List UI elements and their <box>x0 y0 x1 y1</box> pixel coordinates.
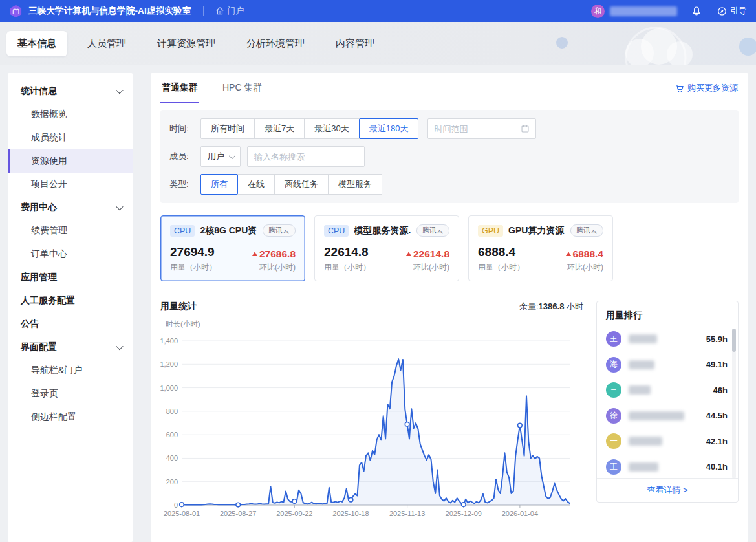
resource-type-badge: CPU <box>324 225 349 237</box>
main-panel: 普通集群HPC 集群 购买更多资源 时间: 所有时间最近7天最近30天最近180… <box>151 73 748 542</box>
sidebar-item[interactable]: 公告 <box>8 312 133 336</box>
ranking-footer: 查看详情 > <box>597 478 738 502</box>
module-tab[interactable]: 基本信息 <box>6 31 67 56</box>
sidebar-item[interactable]: 订单中心 <box>8 243 133 266</box>
rank-hours: 42.1h <box>706 437 728 446</box>
ranking-row[interactable]: 徐 44.5h <box>597 403 738 429</box>
time-option-button[interactable]: 所有时间 <box>200 118 255 139</box>
rank-name-redacted <box>629 462 658 472</box>
user-avatar: 和 <box>591 5 605 18</box>
time-option-button[interactable]: 最近7天 <box>254 118 305 139</box>
date-range-picker[interactable] <box>427 118 536 139</box>
sidebar-item[interactable]: 界面配置 <box>8 336 133 359</box>
type-option-button[interactable]: 所有 <box>200 174 238 195</box>
remaining-quota: 余量:1386.8 小时 <box>519 301 583 312</box>
rank-name-redacted <box>629 385 651 395</box>
date-range-input[interactable] <box>434 124 521 134</box>
guide-button[interactable]: 引导 <box>717 5 747 17</box>
ranking-scrollbar-thumb[interactable] <box>732 329 736 352</box>
bell-icon <box>691 6 702 16</box>
module-tab[interactable]: 人员管理 <box>76 31 137 56</box>
buy-resources-link[interactable]: 购买更多资源 <box>675 82 738 94</box>
sidebar-item-label: 订单中心 <box>31 248 67 260</box>
sidebar-item-label: 公告 <box>21 318 39 330</box>
svg-text:0: 0 <box>174 501 178 509</box>
sidebar-item[interactable]: 人工服务配置 <box>8 289 133 312</box>
view-details-link[interactable]: 查看详情 > <box>647 484 687 496</box>
resource-card[interactable]: CPU 2核8G CPU资源 腾讯云 27694.9 27686.8 用量（小时… <box>160 215 305 281</box>
user-name-redacted <box>610 6 677 16</box>
usage-chart-column: 用量统计 余量:1386.8 小时 时长(小时)02004006008001,0… <box>160 301 583 519</box>
filter-panel: 时间: 所有时间最近7天最近30天最近180天 成员: 用户 <box>160 110 739 203</box>
usage-value: 6888.4 <box>478 245 515 259</box>
member-filter-label: 成员: <box>169 151 193 162</box>
type-option-button[interactable]: 模型服务 <box>328 174 382 195</box>
module-tab[interactable]: 分析环境管理 <box>235 31 316 56</box>
sidebar-item[interactable]: 数据概览 <box>8 103 133 126</box>
chevron-down-icon <box>116 87 123 94</box>
member-search-box <box>247 146 365 167</box>
rank-avatar: 海 <box>606 357 621 373</box>
sidebar-item-label: 统计信息 <box>21 85 57 97</box>
rank-hours: 49.1h <box>706 360 728 369</box>
resource-card[interactable]: CPU 模型服务资源... 腾讯云 22614.8 22614.8 用量（小时） <box>314 215 459 281</box>
ranking-row[interactable]: 三 46h <box>597 378 738 404</box>
cluster-tab[interactable]: HPC 集群 <box>221 74 263 103</box>
time-option-button[interactable]: 最近30天 <box>304 118 359 139</box>
notifications-button[interactable] <box>691 6 702 16</box>
module-tab[interactable]: 内容管理 <box>325 31 385 56</box>
sidebar-item-label: 成员统计 <box>31 132 67 144</box>
type-group: 所有在线离线任务模型服务 <box>200 174 382 195</box>
delta-value: 6888.4 <box>566 248 603 260</box>
sidebar-item-label: 登录页 <box>31 388 58 400</box>
sidebar-item[interactable]: 续费管理 <box>8 219 133 243</box>
delta-value-label: 环比(小时) <box>567 262 603 273</box>
rank-avatar: 王 <box>606 331 621 347</box>
sidebar-item[interactable]: 项目公开 <box>8 173 133 196</box>
sidebar-item[interactable]: 费用中心 <box>8 196 133 219</box>
user-menu[interactable]: 和 <box>591 5 677 18</box>
chevron-down-icon <box>116 203 123 210</box>
ranking-row[interactable]: 王 40.1h <box>597 454 738 478</box>
guide-label: 引导 <box>730 5 747 17</box>
ranking-row[interactable]: 王 55.9h <box>597 327 738 352</box>
ranking-row[interactable]: 一 42.1h <box>597 429 738 455</box>
usage-value-label: 用量（小时） <box>324 262 371 273</box>
sidebar-item[interactable]: 导航栏&门户 <box>8 359 133 382</box>
svg-text:600: 600 <box>166 431 178 439</box>
type-option-button[interactable]: 离线任务 <box>274 174 329 195</box>
member-search-input[interactable] <box>254 152 358 162</box>
rank-name-redacted <box>629 360 654 369</box>
resource-cards: CPU 2核8G CPU资源 腾讯云 27694.9 27686.8 用量（小时… <box>160 215 739 281</box>
buy-resources-label: 购买更多资源 <box>687 82 738 94</box>
usage-ranking-panel: 用量排行 王 55.9h 海 49.1h 三 46 <box>596 301 739 503</box>
time-option-button[interactable]: 最近180天 <box>359 118 419 139</box>
member-type-value: 用户 <box>208 151 224 162</box>
member-type-select[interactable]: 用户 <box>200 146 241 167</box>
sidebar-item-label: 应用管理 <box>21 272 57 283</box>
vendor-tag: 腾讯云 <box>416 224 449 237</box>
ranking-title: 用量排行 <box>597 301 738 327</box>
resource-card-title: GPU算力资源... <box>508 225 565 237</box>
sidebar-item-label: 界面配置 <box>21 341 57 353</box>
app-title: 三峡大学计算机与信息学院-AI虚拟实验室 <box>28 5 191 17</box>
rank-hours: 46h <box>713 385 728 395</box>
module-tab[interactable]: 计算资源管理 <box>146 31 226 56</box>
vendor-tag: 腾讯云 <box>570 224 603 237</box>
ranking-row[interactable]: 海 49.1h <box>597 352 738 378</box>
cluster-tab[interactable]: 普通集群 <box>160 74 199 103</box>
usage-chart-title: 用量统计 <box>160 301 197 312</box>
sidebar-item-label: 费用中心 <box>21 202 57 213</box>
portal-link[interactable]: 门户 <box>215 5 244 17</box>
type-option-button[interactable]: 在线 <box>237 174 275 195</box>
sidebar-item[interactable]: 侧边栏配置 <box>8 406 133 429</box>
sidebar-item[interactable]: 统计信息 <box>8 80 133 103</box>
svg-text:时长(小时): 时长(小时) <box>166 320 200 328</box>
usage-section: 用量统计 余量:1386.8 小时 时长(小时)02004006008001,0… <box>160 301 739 519</box>
svg-text:2025-08-01: 2025-08-01 <box>164 510 200 517</box>
sidebar-item[interactable]: 登录页 <box>8 382 133 406</box>
sidebar-item[interactable]: 资源使用 <box>8 149 133 173</box>
resource-card[interactable]: GPU GPU算力资源... 腾讯云 6888.4 6888.4 用量（小时） … <box>468 215 613 281</box>
sidebar-item[interactable]: 成员统计 <box>8 126 133 149</box>
sidebar-item[interactable]: 应用管理 <box>8 266 133 289</box>
